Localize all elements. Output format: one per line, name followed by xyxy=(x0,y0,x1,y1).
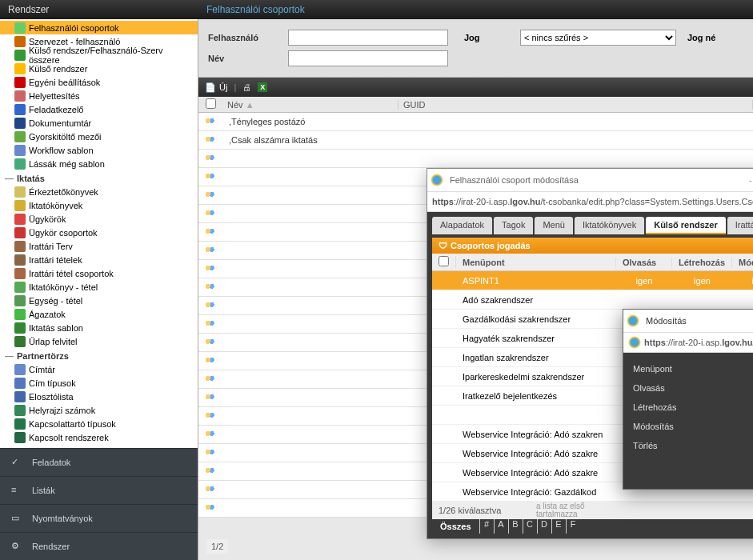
nav-label: Elosztólista xyxy=(29,392,74,402)
nav-icon xyxy=(14,378,26,389)
nav-item[interactable]: Elosztólista xyxy=(0,390,198,403)
grp-checkall[interactable] xyxy=(439,256,449,266)
nav-item[interactable]: Irattári tétel csoportok xyxy=(0,266,198,280)
nav-label: Lássák még sablon xyxy=(29,159,105,169)
col-nev[interactable]: Név ▲ xyxy=(222,100,399,110)
dlg-address-bar[interactable]: https://irat-20-i.asp.lgov.hu/t-csobanka… xyxy=(623,332,753,353)
nav-item[interactable]: Helyettesítés xyxy=(0,89,198,102)
nav-label: Irattári tételek xyxy=(29,255,82,265)
nav-label: Ügykör csoportok xyxy=(29,228,98,238)
filter-user-input[interactable] xyxy=(288,30,448,46)
letter-filter[interactable]: C xyxy=(523,519,537,534)
bottom-nav-item[interactable]: ≡Listák xyxy=(0,476,198,504)
nav-item[interactable]: Dokumentumtár xyxy=(0,116,198,130)
col-olvasas[interactable]: Olvasás xyxy=(616,258,672,267)
col-modositas[interactable]: Módosítás xyxy=(732,258,753,267)
bottom-nav-icon: ▭ xyxy=(11,513,22,524)
toolbar: 📄 Új | 🖨 X xyxy=(198,78,753,97)
table-row[interactable]: ,Csak alszámra iktatás xyxy=(198,131,753,150)
nav-icon xyxy=(14,309,26,320)
letter-filter[interactable]: F xyxy=(566,519,580,534)
fld-olvasas: Olvasás xyxy=(633,383,753,393)
nav-item[interactable]: Kapcsolattartó típusok xyxy=(0,417,198,430)
group-icon xyxy=(204,117,217,126)
nav-item[interactable]: Irattári Terv xyxy=(0,239,198,253)
excel-icon[interactable]: X xyxy=(258,82,267,92)
nav-item[interactable]: Egyéni beállítások xyxy=(0,75,198,89)
letter-filter[interactable]: B xyxy=(508,519,523,534)
nav-item[interactable]: Egység - tétel xyxy=(0,294,198,307)
grid-checkall[interactable] xyxy=(206,98,216,109)
nav-item[interactable]: Ügykör csoportok xyxy=(0,226,198,239)
bottom-nav-item[interactable]: ✓Feladatok xyxy=(0,448,198,476)
nav-item[interactable]: Workflow sablon xyxy=(0,143,198,157)
nav-item[interactable]: Cím típusok xyxy=(0,376,198,390)
tab-menü[interactable]: Menü xyxy=(535,217,573,234)
bottom-nav-item[interactable]: ⚙Rendszer xyxy=(0,532,198,560)
address-bar[interactable]: https://irat-20-i.asp.lgov.hu/t-csobanka… xyxy=(427,191,753,212)
col-letrehozas[interactable]: Létrehozás xyxy=(672,258,732,267)
filter-nev-input[interactable] xyxy=(288,50,448,66)
nav-item[interactable]: Irattári tételek xyxy=(0,253,198,266)
nav-item[interactable]: Felhasználói csoportok xyxy=(0,21,198,34)
nav-label: Külső rendszer/Felhasználó-Szerv összere xyxy=(29,46,194,65)
fld-modositas: Módosítás xyxy=(633,422,753,431)
nav-item[interactable]: Címtár xyxy=(0,362,198,376)
nav-icon xyxy=(14,22,26,34)
nav-item[interactable]: Helyrajzi számok xyxy=(0,403,198,417)
nav-item[interactable]: Iktatókönyv - tétel xyxy=(0,280,198,294)
filter-jog-select[interactable]: < nincs szűrés > xyxy=(520,30,676,46)
nav-label: Irattári tétel csoportok xyxy=(29,269,114,278)
tab-tagok[interactable]: Tagok xyxy=(494,217,533,234)
group-icon xyxy=(204,172,217,182)
nav-label: Cím típusok xyxy=(29,378,76,388)
new-button[interactable]: 📄 Új xyxy=(205,82,227,93)
nav-label: Ágazatok xyxy=(29,310,66,319)
nav-item[interactable]: Gyorskitöltő mezői xyxy=(0,130,198,143)
nav-item[interactable]: Iktatás sablon xyxy=(0,321,198,334)
new-icon: 📄 xyxy=(205,82,216,93)
nav-item[interactable]: Lássák még sablon xyxy=(0,157,198,170)
letter-filter[interactable]: E xyxy=(551,519,566,534)
nav-item[interactable]: Érkeztetőkönyvek xyxy=(0,185,198,198)
col-guid[interactable]: GUID xyxy=(399,100,753,110)
letter-filter[interactable]: A xyxy=(494,519,508,534)
nav-item[interactable]: Ágazatok xyxy=(0,307,198,321)
modify-dialog: Módosítás ⋯ — ☐ ✕ https://irat-20-i.asp.… xyxy=(623,309,753,490)
nav-item[interactable]: Iktatókönyvek xyxy=(0,198,198,212)
tab-külső-rendszer[interactable]: Külső rendszer xyxy=(646,217,725,234)
print-icon[interactable]: 🖨 xyxy=(242,82,251,92)
table-row[interactable] xyxy=(198,150,753,168)
fld-torles: Törlés xyxy=(633,441,753,450)
letter-filter[interactable]: D xyxy=(537,519,551,534)
filter-nev-label: Név xyxy=(208,54,288,63)
tab-iktatókönyvek[interactable]: Iktatókönyvek xyxy=(575,217,644,234)
table-row[interactable]: ,Tényleges postázó xyxy=(198,113,753,131)
ie-icon xyxy=(628,336,641,349)
tab-alapadatok[interactable]: Alapadatok xyxy=(432,217,492,234)
nav-icon xyxy=(14,432,26,443)
section-iktatas[interactable]: Iktatás xyxy=(0,170,198,185)
nav-item[interactable]: Feladatkezelő xyxy=(0,102,198,116)
page-title: Felhasználói csoportok xyxy=(198,4,305,15)
filter-jog-label: Jog xyxy=(464,33,504,42)
nav-icon xyxy=(14,145,26,156)
bottom-nav-item[interactable]: ▭Nyomtatványok xyxy=(0,504,198,532)
nav-icon xyxy=(14,36,26,47)
perm-row[interactable]: Adó szakrendszer xyxy=(432,290,753,310)
footer-all[interactable]: Összes xyxy=(432,519,479,534)
tab-irattárak[interactable]: Irattárak xyxy=(727,217,753,234)
nav-item[interactable]: Ügykörök xyxy=(0,212,198,226)
letter-filter[interactable]: # xyxy=(479,519,494,534)
nav-item[interactable]: Külső rendszer/Felhasználó-Szerv összere xyxy=(0,48,198,62)
bottom-nav-icon: ✓ xyxy=(11,457,22,468)
section-partner[interactable]: Partnertörzs xyxy=(0,348,198,362)
col-menupont[interactable]: Menüpont xyxy=(456,258,616,267)
perm-row[interactable]: ASPINT1igenigenigennem xyxy=(432,271,753,290)
nav-item[interactable]: Kapcsolt rendszerek xyxy=(0,430,198,444)
group-icon xyxy=(204,154,217,163)
group-icon xyxy=(204,338,217,347)
nav-label: Helyettesítés xyxy=(29,91,80,101)
nav-label: Felhasználói csoportok xyxy=(29,23,119,33)
nav-item[interactable]: Űrlap felvitel xyxy=(0,334,198,348)
